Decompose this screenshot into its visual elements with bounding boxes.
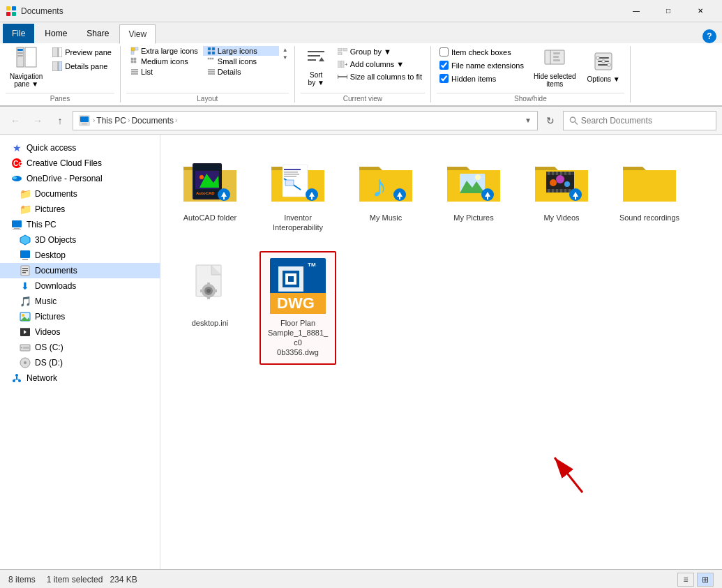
tab-view[interactable]: View (119, 24, 156, 44)
preview-pane-button[interactable]: Preview pane (50, 46, 114, 59)
large-icons-option[interactable]: Large icons (203, 46, 279, 56)
svg-rect-1 (12, 6, 16, 10)
my-videos-icon (534, 153, 589, 209)
refresh-button[interactable]: ↻ (541, 111, 560, 130)
help-button[interactable]: ? (702, 29, 716, 43)
floor-plan-label: Floor PlanSample_1_8881_c00b3356.dwg (266, 318, 329, 358)
svg-rect-69 (13, 229, 21, 229)
sidebar-item-os-c[interactable]: OS (C:) (0, 340, 160, 355)
sidebar-item-this-pc[interactable]: This PC (0, 217, 160, 232)
svg-point-91 (18, 379, 21, 382)
my-pictures-label: My Pictures (453, 213, 493, 223)
selection-info: 1 item selected 234 KB (47, 575, 137, 585)
sidebar-item-onedrive-documents[interactable]: 📁 Documents (0, 186, 160, 202)
size-columns-label: Size all columns to fit (350, 73, 422, 81)
svg-rect-6 (17, 49, 23, 51)
file-item-my-videos[interactable]: My Videos (523, 146, 600, 240)
extra-large-icons-option[interactable]: Extra large icons (126, 46, 202, 56)
details-option[interactable]: Details (203, 67, 279, 77)
file-item-inventor[interactable]: InventorInteroperability (260, 146, 336, 240)
sidebar-item-network[interactable]: Network (0, 370, 160, 386)
medium-icons-option[interactable]: Medium icons (126, 56, 202, 66)
svg-rect-123 (548, 172, 550, 175)
search-icon (569, 116, 578, 126)
sidebar-item-pictures[interactable]: Pictures (0, 309, 160, 324)
svg-rect-109 (285, 180, 294, 186)
onedrive-pics-icon: 📁 (20, 204, 31, 215)
hide-selected-button[interactable]: Hide selecteditems (529, 46, 580, 88)
sidebar-item-creative-cloud[interactable]: Cc Creative Cloud Files (0, 156, 160, 171)
address-this-pc[interactable]: This PC (96, 116, 126, 126)
back-button[interactable]: ← (6, 111, 25, 130)
sidebar-item-documents[interactable]: Documents (0, 263, 160, 278)
svg-rect-55 (596, 56, 599, 59)
search-bar[interactable] (563, 111, 716, 130)
sidebar-item-3d-objects[interactable]: 3D Objects (0, 232, 160, 248)
sidebar-item-desktop[interactable]: Desktop (0, 248, 160, 263)
svg-rect-30 (208, 69, 215, 70)
item-check-boxes-toggle[interactable]: Item check boxes (437, 46, 527, 58)
ribbon-tabs: File Home Share View ? (0, 22, 722, 43)
file-item-my-music[interactable]: ♪ My Music (347, 146, 424, 240)
file-item-desktop-ini[interactable]: desktop.ini (172, 251, 248, 365)
sort-by-button[interactable]: Sortby ▼ (301, 46, 332, 88)
sidebar-item-onedrive[interactable]: OneDrive - Personal (0, 171, 160, 186)
tab-share[interactable]: Share (77, 24, 118, 43)
details-pane-button[interactable]: Details pane (50, 60, 114, 73)
svg-rect-126 (560, 172, 562, 175)
hidden-items-checkbox[interactable] (439, 74, 449, 83)
svg-text:AutoCAD: AutoCAD (196, 191, 215, 195)
minimize-button[interactable]: — (620, 0, 652, 22)
svg-rect-57 (608, 63, 610, 66)
sidebar-item-ds-d[interactable]: DS (D:) (0, 355, 160, 370)
svg-rect-11 (52, 61, 58, 71)
sidebar-item-downloads[interactable]: ⬇ Downloads (0, 278, 160, 294)
tab-home[interactable]: Home (36, 24, 76, 43)
layout-scroll-up[interactable]: ▲ (282, 46, 289, 54)
size-columns-button[interactable]: Size all columns to fit (335, 71, 425, 82)
large-icon-view-toggle[interactable]: ⊞ (697, 573, 714, 587)
sidebar-item-videos[interactable]: Videos (0, 324, 160, 340)
os-c-icon (20, 342, 31, 353)
group-by-button[interactable]: Group by ▼ (335, 46, 425, 57)
address-bar[interactable]: › This PC › Documents › ▼ (73, 111, 538, 130)
svg-rect-71 (20, 250, 30, 258)
network-label: Network (27, 373, 57, 383)
address-dropdown[interactable]: ▼ (525, 116, 532, 124)
tab-file[interactable]: File (3, 24, 34, 43)
svg-text:DWG: DWG (277, 294, 315, 312)
file-item-my-pictures[interactable]: My Pictures (435, 146, 512, 240)
show-hide-checkboxes: Item check boxes File name extensions Hi… (437, 46, 527, 84)
search-input[interactable] (581, 116, 710, 126)
svg-rect-29 (131, 73, 138, 75)
layout-scroll-down[interactable]: ▼ (282, 54, 289, 61)
svg-rect-124 (552, 172, 554, 175)
desktop-icon (20, 250, 31, 261)
add-columns-button[interactable]: + Add columns ▼ (335, 59, 425, 70)
file-name-ext-checkbox[interactable] (439, 61, 449, 70)
autocad-folder-icon: AutoCAD (182, 153, 238, 209)
sidebar-item-onedrive-pictures[interactable]: 📁 Pictures (0, 202, 160, 217)
hidden-items-toggle[interactable]: Hidden items (437, 73, 527, 84)
details-view-toggle[interactable]: ≡ (677, 573, 694, 587)
forward-button[interactable]: → (28, 111, 47, 130)
file-item-floor-plan[interactable]: TM DWG Floor PlanSample_1_8881_c00b3356.… (260, 251, 336, 365)
sidebar-item-quick-access[interactable]: ★ Quick access (0, 140, 160, 156)
maximize-button[interactable]: □ (652, 0, 684, 22)
address-documents[interactable]: Documents (131, 116, 174, 126)
svg-point-137 (564, 181, 570, 187)
sidebar-item-music[interactable]: 🎵 Music (0, 294, 160, 309)
file-area: AutoCAD AutoCAD folder (160, 135, 722, 569)
svg-marker-70 (20, 235, 30, 245)
desktop-ini-icon (182, 258, 238, 314)
file-item-sound-recordings[interactable]: Sound recordings (611, 146, 688, 240)
list-option[interactable]: List (126, 67, 202, 77)
navigation-pane-button[interactable]: Navigationpane ▼ (6, 46, 47, 88)
close-button[interactable]: ✕ (684, 0, 716, 22)
options-button[interactable]: Options ▼ (583, 46, 624, 88)
small-icons-option[interactable]: Small icons (203, 56, 279, 66)
file-name-ext-toggle[interactable]: File name extensions (437, 59, 527, 71)
up-button[interactable]: ↑ (50, 111, 70, 130)
item-check-boxes-checkbox[interactable] (439, 47, 449, 56)
file-item-autocad[interactable]: AutoCAD AutoCAD folder (172, 146, 248, 240)
